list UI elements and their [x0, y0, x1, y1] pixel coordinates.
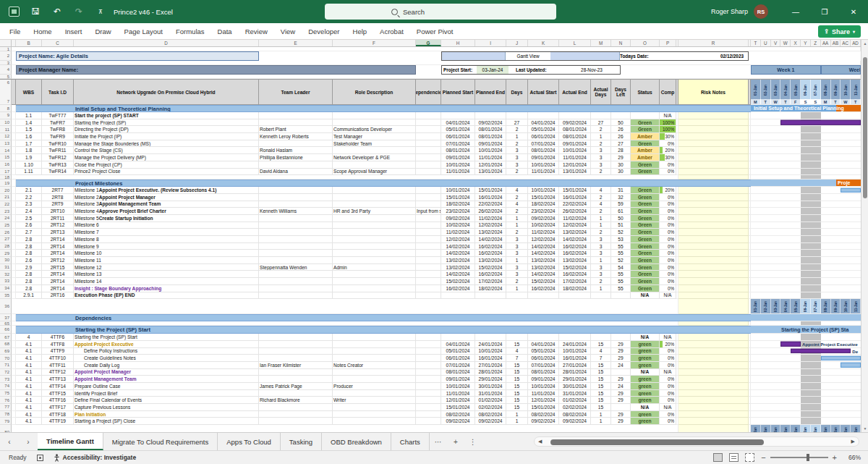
actual-start-cell[interactable]: 12/01/2024 [528, 397, 559, 404]
column-header-E[interactable]: E [259, 40, 333, 46]
team-leader-cell[interactable]: Robert Plant [259, 126, 333, 133]
risk-notes-cell[interactable] [678, 187, 749, 194]
planned-start-cell[interactable]: 10/01/2024 [441, 383, 475, 390]
task-name-cell[interactable]: Starting the Project (SP) [74, 119, 259, 127]
days-left-cell[interactable]: 29 [611, 411, 631, 418]
actual-start-cell[interactable]: 13/02/2024 [528, 257, 559, 264]
days-left-cell[interactable] [611, 292, 631, 300]
role-cell[interactable] [333, 112, 416, 119]
dependency-cell[interactable] [416, 390, 441, 397]
row-number[interactable]: 80 [0, 425, 12, 432]
planned-end-cell[interactable]: 09/02/2024 [475, 119, 506, 127]
gantt-region[interactable] [751, 257, 861, 264]
task-id-cell[interactable]: 4TTF15 [42, 390, 74, 397]
days-cell[interactable]: 15 [506, 369, 528, 376]
days-cell[interactable]: 2 [506, 278, 528, 285]
actual-start-cell[interactable]: 08/01/2024 [528, 147, 559, 154]
column-header-R[interactable]: R [678, 40, 749, 46]
role-cell[interactable]: Test Manager [333, 133, 416, 140]
row-number[interactable]: 76 [0, 397, 12, 404]
row-number[interactable]: 21 [0, 194, 12, 201]
horizontal-scrollbar[interactable]: ◀ ▶ [534, 436, 859, 447]
select-all-corner[interactable] [0, 40, 12, 46]
risk-notes-cell[interactable] [678, 201, 749, 208]
days-cell[interactable]: 3 [506, 147, 528, 154]
days-cell[interactable]: 15 [506, 376, 528, 383]
days-left-cell[interactable]: 27 [611, 140, 631, 148]
actual-days-cell[interactable]: 7 [591, 355, 611, 362]
status-cell[interactable]: Green [631, 119, 660, 127]
role-cell[interactable]: Producer [333, 383, 416, 390]
dependency-cell[interactable] [416, 341, 441, 348]
gantt-region[interactable] [751, 397, 861, 404]
dependency-cell[interactable] [416, 112, 441, 119]
column-header-O[interactable]: O [631, 40, 660, 46]
ribbon-tab-formulas[interactable]: Formulas [169, 23, 211, 40]
planned-start-cell[interactable]: 12/02/2024 [441, 236, 475, 243]
page-break-view-icon[interactable] [745, 453, 754, 462]
completion-cell[interactable]: 0% [660, 397, 676, 404]
actual-days-cell[interactable]: 1 [591, 257, 611, 264]
wbs-cell[interactable]: 4.1 [16, 341, 42, 348]
role-cell[interactable] [333, 278, 416, 285]
actual-end-cell[interactable]: 10/01/2024 [559, 147, 591, 154]
actual-days-cell[interactable]: 1 [591, 215, 611, 222]
wbs-cell[interactable]: 4.1 [16, 383, 42, 390]
column-title[interactable]: Days Left [611, 80, 631, 105]
days-cell[interactable]: 1 [506, 418, 528, 425]
row-number[interactable]: 79 [0, 418, 12, 425]
risk-notes-cell[interactable] [678, 292, 749, 300]
team-leader-cell[interactable]: David Aldana [259, 169, 333, 176]
task-name-cell[interactable]: Milestone 3 Appoint Management Team [74, 201, 259, 208]
risk-notes-cell[interactable] [678, 147, 749, 154]
dependency-cell[interactable] [416, 119, 441, 127]
column-title[interactable]: Comp [660, 80, 676, 105]
role-cell[interactable]: HR and 3rd Party [333, 208, 416, 215]
task-name-cell[interactable]: Create Daily Log [74, 362, 259, 369]
gantt-region[interactable] [751, 285, 861, 292]
days-cell[interactable]: 2 [506, 194, 528, 201]
last-updated-value[interactable]: 28-Nov-23 [562, 66, 621, 74]
horizontal-scroll-thumb[interactable] [550, 439, 764, 445]
role-cell[interactable] [333, 236, 416, 243]
row-number[interactable]: 75 [0, 390, 12, 397]
completion-cell[interactable]: 0% [660, 243, 676, 250]
planned-start-cell[interactable] [441, 334, 475, 341]
scroll-down-icon[interactable]: ▼ [861, 425, 868, 432]
row-number[interactable]: 24 [0, 215, 12, 222]
team-leader-cell[interactable]: Richard Blackmore [259, 397, 333, 404]
task-id-cell[interactable]: 2RT14 [42, 278, 74, 285]
actual-end-cell[interactable]: 16/02/2024 [559, 271, 591, 278]
actual-end-cell[interactable]: 08/01/2024 [559, 126, 591, 133]
status-cell[interactable]: Green [631, 208, 660, 215]
days-cell[interactable]: 1 [506, 285, 528, 292]
risk-notes-cell[interactable] [678, 119, 749, 127]
actual-days-cell[interactable]: 15 [591, 397, 611, 404]
days-cell[interactable]: 15 [506, 362, 528, 369]
role-cell[interactable] [333, 341, 416, 348]
role-cell[interactable] [333, 222, 416, 229]
task-id-cell[interactable]: 4TTF11 [42, 362, 74, 369]
planned-end-cell[interactable]: 15/01/2024 [475, 187, 506, 194]
actual-days-cell[interactable]: 1 [591, 418, 611, 425]
column-header-K[interactable]: K [528, 40, 559, 46]
status-cell[interactable]: Green [631, 264, 660, 271]
role-cell[interactable] [333, 250, 416, 257]
dependency-cell[interactable] [416, 126, 441, 133]
share-button[interactable]: ⇪ Share ▾ [818, 25, 861, 38]
days-left-cell[interactable]: 50 [611, 215, 631, 222]
gantt-region[interactable] [751, 140, 861, 148]
completion-cell[interactable]: 0% [660, 194, 676, 201]
wbs-cell[interactable]: 4.1 [16, 390, 42, 397]
task-name-cell[interactable]: Milestone 7 [74, 229, 259, 236]
days-left-cell[interactable]: 50 [611, 119, 631, 127]
actual-days-cell[interactable]: 3 [591, 243, 611, 250]
actual-days-cell[interactable]: 3 [591, 264, 611, 271]
days-cell[interactable] [506, 334, 528, 341]
risk-notes-cell[interactable] [678, 369, 749, 376]
sheet-tab-charts[interactable]: Charts [391, 433, 430, 450]
scroll-up-icon[interactable]: ▲ [861, 40, 868, 47]
gantt-region[interactable] [751, 334, 861, 341]
actual-start-cell[interactable]: 04/01/2024 [528, 341, 559, 348]
gantt-region[interactable] [751, 147, 861, 154]
